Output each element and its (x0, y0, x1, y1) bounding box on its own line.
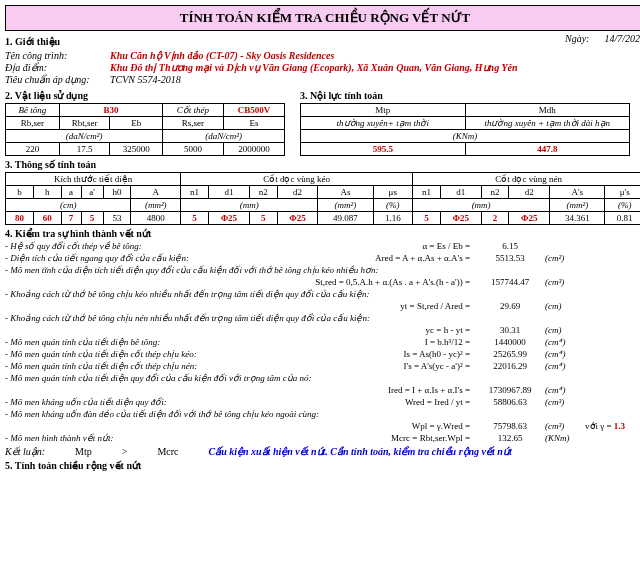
project-label: Tên công trình: (5, 50, 110, 61)
material-table: Bê tôngB30Cốt thépCB500V Rb,serRbt,serEb… (5, 103, 285, 156)
calc-label: - Mô men tĩnh của diện tích tiết diện qu… (5, 265, 640, 275)
calc-label: - Mô men hình thành vết nứt: (5, 433, 310, 443)
result-conclusion: Cấu kiện xuất hiện vết nứt. Cần tính toá… (208, 446, 511, 457)
project-value: Khu Căn hộ Vịnh đảo (CT-07) - Sky Oasis … (110, 50, 334, 61)
section-5-title: 5. Tính toán chiều rộng vết nứt (5, 460, 640, 471)
calc-label: - Khoảng cách từ thớ bê tông chịu kéo nh… (5, 289, 640, 299)
calc-label: - Mô men quán tính của tiết diện bê tông… (5, 337, 310, 347)
load-table: MtpMdh thường xuyên+ tạm thờithường xuyê… (300, 103, 630, 156)
calc-label: - Khoảng cách từ thớ bê tông chịu nén nh… (5, 313, 640, 323)
section-params-title: 3. Thông số tính toán (5, 159, 640, 170)
location-value: Khu Đô thị Thương mại và Dịch vụ Văn Gia… (110, 62, 518, 73)
section-1-title: 1. Giới thiệu (5, 36, 60, 47)
section-4-title: 4. Kiểm tra sự hình thành vết nứt (5, 228, 640, 239)
date-value: 14/7/2020 (604, 33, 640, 44)
calc-label: - Mô men kháng uốn của tiết diện quy đổi… (5, 397, 310, 407)
standard-label: Tiêu chuẩn áp dụng: (5, 74, 110, 85)
location-label: Địa điểm: (5, 62, 110, 73)
calc-label: - Mô men quán tính của tiết diện cốt thé… (5, 349, 310, 359)
calc-label: - Hệ số quy đổi cốt thép về bê tông: (5, 241, 310, 251)
standard-value: TCVN 5574-2018 (110, 74, 181, 85)
calc-label: - Mô men quán tính của tiết diện cốt thé… (5, 361, 310, 371)
calc-label: - Mô men kháng uốn đàn dẻo của tiết diện… (5, 409, 640, 419)
section-2-title: 2. Vật liệu sử dụng (5, 90, 285, 101)
dimension-table: Kích thước tiết diệnCốt dọc vùng kéoCốt … (5, 172, 640, 225)
page-title: TÍNH TOÁN KIỂM TRA CHIỀU RỘNG VẾT NỨT (5, 5, 640, 31)
result-label: Kết luận: (5, 446, 45, 457)
calc-label: - Diện tích của tiết ngang quy đổi của c… (5, 253, 310, 263)
date-label: Ngày: (565, 33, 589, 44)
calc-label: - Mô men quán tính của tiết diện quy đổi… (5, 373, 640, 383)
section-3-title: 3. Nội lực tính toán (300, 90, 640, 101)
